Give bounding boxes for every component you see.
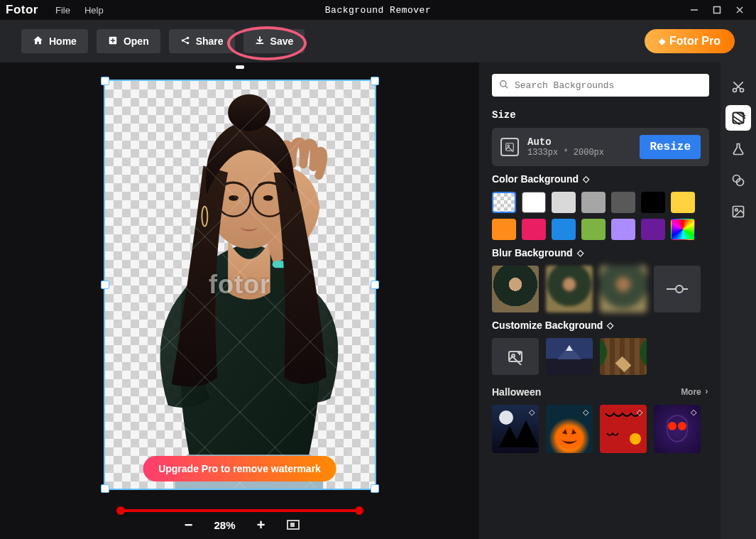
swatch-green[interactable]: [581, 219, 606, 240]
rail-background-button[interactable]: [725, 105, 751, 131]
resize-button[interactable]: Resize: [640, 135, 701, 159]
rail-overlap-button[interactable]: [725, 168, 751, 193]
handle-top-left[interactable]: [101, 77, 109, 85]
blur-thumb-1[interactable]: [492, 266, 539, 312]
diamond-icon: ◇: [581, 407, 591, 417]
color-bg-title: Color Background◇: [492, 173, 709, 185]
svg-point-7: [186, 41, 189, 44]
halloween-thumb-2[interactable]: ◇: [546, 405, 593, 453]
swatch-black[interactable]: [641, 192, 665, 213]
svg-point-28: [499, 410, 513, 425]
swatch-pink[interactable]: [522, 219, 546, 240]
rail-image-button[interactable]: [725, 199, 751, 224]
backgrounds-panel: Size Auto 1333px * 2000px Resize Color B…: [479, 62, 721, 539]
swatch-white[interactable]: [522, 192, 546, 213]
blur-thumb-2[interactable]: [546, 266, 593, 312]
crop-slider[interactable]: [119, 509, 361, 512]
halloween-title: Halloween: [492, 386, 541, 398]
svg-point-15: [263, 195, 273, 201]
home-button[interactable]: Home: [21, 29, 88, 53]
handle-bottom-left[interactable]: [101, 484, 109, 493]
search-field[interactable]: [492, 74, 709, 97]
canvas-image[interactable]: fotor Upgrade Pro to remove watermark: [104, 80, 376, 490]
halloween-thumb-1[interactable]: ◇: [492, 405, 539, 453]
more-button[interactable]: More ›: [681, 387, 709, 397]
custom-bg-wood[interactable]: [600, 338, 647, 375]
svg-point-6: [186, 36, 189, 39]
minimize-button[interactable]: [684, 3, 705, 17]
svg-point-38: [740, 89, 744, 92]
watermark-text: fotor: [209, 270, 270, 300]
svg-point-22: [676, 285, 683, 293]
diamond-icon: ◇: [607, 320, 613, 330]
open-button[interactable]: Open: [97, 29, 160, 53]
window-title: Background Remover: [325, 5, 431, 16]
swatch-lavender[interactable]: [611, 219, 635, 240]
fotor-pro-button[interactable]: ◆ Fotor Pro: [645, 29, 735, 53]
halloween-thumb-4[interactable]: ◇: [654, 405, 701, 453]
swatch-purple[interactable]: [641, 219, 665, 240]
maximize-button[interactable]: [706, 3, 728, 17]
svg-point-34: [630, 433, 641, 445]
handle-bottom-right[interactable]: [371, 484, 379, 493]
pro-label: Fotor Pro: [669, 35, 721, 48]
close-button[interactable]: [729, 3, 750, 17]
svg-point-36: [678, 422, 686, 430]
svg-marker-30: [513, 420, 539, 447]
svg-point-20: [508, 145, 509, 146]
zoom-value: 28%: [214, 519, 235, 531]
title-bar: Fotor File Help Background Remover: [0, 0, 756, 20]
svg-point-5: [181, 39, 184, 42]
save-button[interactable]: Save: [243, 29, 305, 53]
home-icon: [33, 35, 43, 48]
save-label: Save: [270, 36, 294, 47]
diamond-icon: ◇: [689, 407, 699, 417]
swatch-yellow[interactable]: [671, 192, 695, 213]
diamond-icon: ◇: [635, 407, 645, 417]
handle-mid-right[interactable]: [371, 281, 379, 289]
diamond-icon: ◇: [577, 248, 584, 258]
zoom-out-button[interactable]: −: [180, 516, 197, 533]
svg-rect-27: [615, 356, 632, 373]
svg-point-43: [735, 209, 738, 211]
menu-file[interactable]: File: [48, 2, 77, 18]
download-icon: [255, 36, 265, 48]
upgrade-pro-button[interactable]: Upgrade Pro to remove watermark: [143, 456, 336, 481]
svg-point-17: [500, 81, 506, 87]
swatch-transparent[interactable]: [492, 192, 516, 213]
size-dims: 1333px * 2000px: [527, 148, 631, 158]
swatch-rainbow[interactable]: [671, 219, 695, 240]
fit-screen-button[interactable]: [287, 520, 300, 530]
rail-cut-button[interactable]: [725, 74, 751, 99]
svg-marker-26: [566, 345, 573, 351]
menu-help[interactable]: Help: [77, 2, 111, 18]
canvas-area[interactable]: fotor Upgrade Pro to remove watermark − …: [0, 62, 479, 539]
swatch-blue[interactable]: [552, 219, 576, 240]
svg-point-10: [228, 94, 270, 131]
handle-top-mid[interactable]: [236, 65, 244, 69]
customize-bg-title: Customize Background◇: [492, 320, 709, 331]
halloween-thumb-3[interactable]: ◇: [600, 405, 647, 453]
share-icon: [180, 36, 190, 48]
blur-thumb-3[interactable]: [600, 266, 647, 312]
blur-custom-button[interactable]: [654, 266, 701, 312]
svg-line-18: [505, 86, 508, 89]
color-swatches: [492, 192, 705, 240]
diamond-icon: ◇: [527, 407, 537, 417]
custom-bg-mountain[interactable]: [546, 338, 593, 375]
svg-point-37: [733, 89, 737, 92]
handle-mid-left[interactable]: [101, 281, 109, 289]
zoom-in-button[interactable]: +: [253, 516, 270, 533]
size-title: Size: [492, 109, 709, 121]
upload-bg-button[interactable]: [492, 338, 539, 375]
share-button[interactable]: Share: [169, 29, 235, 53]
handle-top-right[interactable]: [371, 77, 379, 85]
swatch-gray[interactable]: [581, 192, 606, 213]
rail-flask-button[interactable]: [725, 136, 751, 162]
swatch-lightgray[interactable]: [552, 192, 576, 213]
svg-point-14: [229, 195, 239, 201]
swatch-orange[interactable]: [492, 219, 516, 240]
search-input[interactable]: [492, 74, 709, 97]
swatch-darkgray[interactable]: [611, 192, 635, 213]
size-row: Auto 1333px * 2000px Resize: [492, 128, 709, 166]
